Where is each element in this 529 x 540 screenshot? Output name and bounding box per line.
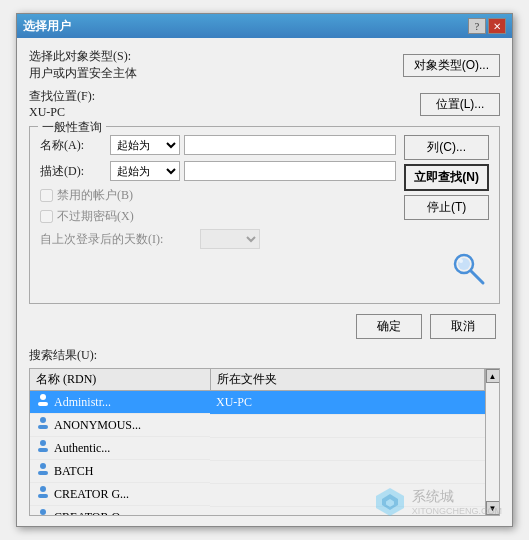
row-name: CREATOR G... xyxy=(54,487,129,502)
table-row[interactable]: BATCH xyxy=(30,460,485,483)
results-header: 名称 (RDN) 所在文件夹 xyxy=(30,369,485,391)
dialog-footer: 确定 取消 xyxy=(29,314,496,339)
row-folder-cell xyxy=(210,414,485,437)
svg-rect-13 xyxy=(38,494,48,498)
watermark-logo xyxy=(374,486,406,518)
user-icon xyxy=(36,462,50,480)
row-name: CREATOR O... xyxy=(54,510,129,516)
scroll-track xyxy=(486,383,500,501)
svg-point-12 xyxy=(40,486,46,492)
title-bar: 选择用户 ? ✕ xyxy=(17,14,512,38)
row-name: BATCH xyxy=(54,464,93,479)
stop-button[interactable]: 停止(T) xyxy=(404,195,489,220)
table-row[interactable]: Administr...XU-PC xyxy=(30,391,485,415)
object-type-button[interactable]: 对象类型(O)... xyxy=(403,54,500,77)
svg-point-3 xyxy=(459,259,463,263)
row-folder-cell xyxy=(210,460,485,483)
ok-button[interactable]: 确定 xyxy=(356,314,422,339)
object-type-row: 选择此对象类型(S): 用户或内置安全主体 对象类型(O)... xyxy=(29,48,500,82)
form-area: 名称(A): 起始为 结束于 包含 精确匹配 描述(D): 起始 xyxy=(40,135,396,249)
row-folder-cell xyxy=(210,437,485,460)
watermark: 系统城 XITONGCHENG.COM xyxy=(374,486,502,518)
user-icon xyxy=(36,416,50,434)
name-input[interactable] xyxy=(184,135,396,155)
svg-rect-7 xyxy=(38,425,48,429)
desc-form-row: 描述(D): 起始为 结束于 包含 精确匹配 xyxy=(40,161,396,181)
row-name-cell: CREATOR G... xyxy=(30,483,210,506)
location-row: 查找位置(F): XU-PC 位置(L)... xyxy=(29,88,500,120)
col-button[interactable]: 列(C)... xyxy=(404,135,489,160)
search-icon-area xyxy=(40,249,489,293)
watermark-brand: 系统城 xyxy=(412,488,502,506)
dialog-title: 选择用户 xyxy=(23,18,71,35)
table-row[interactable]: ANONYMOUS... xyxy=(30,414,485,437)
user-icon xyxy=(36,393,50,411)
name-form-row: 名称(A): 起始为 结束于 包含 精确匹配 xyxy=(40,135,396,155)
user-icon xyxy=(36,485,50,503)
col-folder-header: 所在文件夹 xyxy=(210,369,485,391)
group-box-legend: 一般性查询 xyxy=(38,119,106,136)
dialog-body: 选择此对象类型(S): 用户或内置安全主体 对象类型(O)... 查找位置(F)… xyxy=(17,38,512,526)
desc-label: 描述(D): xyxy=(40,163,110,180)
svg-point-4 xyxy=(40,394,46,400)
name-select[interactable]: 起始为 结束于 包含 精确匹配 xyxy=(110,135,180,155)
row-name-cell: ANONYMOUS... xyxy=(30,414,210,437)
location-value: XU-PC xyxy=(29,105,420,120)
location-label: 查找位置(F): xyxy=(29,88,420,105)
row-name-cell: BATCH xyxy=(30,460,210,483)
svg-point-10 xyxy=(40,463,46,469)
close-button[interactable]: ✕ xyxy=(488,18,506,34)
row-name-cell: Administr... xyxy=(30,391,210,414)
find-now-button[interactable]: 立即查找(N) xyxy=(404,164,489,191)
svg-rect-5 xyxy=(38,402,48,406)
disabled-accounts-checkbox[interactable] xyxy=(40,189,53,202)
row-name: Administr... xyxy=(54,395,111,410)
svg-line-2 xyxy=(471,271,483,283)
watermark-text-area: 系统城 XITONGCHENG.COM xyxy=(412,488,502,516)
desc-input[interactable] xyxy=(184,161,396,181)
days-select[interactable] xyxy=(200,229,260,249)
days-label: 自上次登录后的天数(I): xyxy=(40,231,200,248)
svg-point-6 xyxy=(40,417,46,423)
cancel-button[interactable]: 取消 xyxy=(430,314,496,339)
row-name: ANONYMOUS... xyxy=(54,418,141,433)
days-row: 自上次登录后的天数(I): xyxy=(40,229,396,249)
desc-select[interactable]: 起始为 结束于 包含 精确匹配 xyxy=(110,161,180,181)
object-type-label: 选择此对象类型(S): xyxy=(29,48,403,65)
svg-point-14 xyxy=(40,509,46,515)
name-label: 名称(A): xyxy=(40,137,110,154)
col-name-header: 名称 (RDN) xyxy=(30,369,210,391)
search-icon xyxy=(449,249,489,289)
user-icon xyxy=(36,439,50,457)
no-expire-row: 不过期密码(X) xyxy=(40,208,396,225)
svg-rect-9 xyxy=(38,448,48,452)
svg-point-8 xyxy=(40,440,46,446)
title-bar-buttons: ? ✕ xyxy=(468,18,506,34)
help-button[interactable]: ? xyxy=(468,18,486,34)
results-label: 搜索结果(U): xyxy=(29,347,500,364)
row-name: Authentic... xyxy=(54,441,110,456)
scroll-up-button[interactable]: ▲ xyxy=(486,369,500,383)
watermark-url: XITONGCHENG.COM xyxy=(412,506,502,516)
location-button[interactable]: 位置(L)... xyxy=(420,93,500,116)
inner-flex: 名称(A): 起始为 结束于 包含 精确匹配 描述(D): 起始 xyxy=(40,135,489,249)
object-type-value: 用户或内置安全主体 xyxy=(29,65,403,82)
row-name-cell: Authentic... xyxy=(30,437,210,460)
user-icon xyxy=(36,508,50,515)
side-buttons: 列(C)... 立即查找(N) 停止(T) xyxy=(404,135,489,249)
disabled-accounts-label: 禁用的帐户(B) xyxy=(57,187,133,204)
row-name-cell: CREATOR O... xyxy=(30,506,210,515)
row-folder-cell: XU-PC xyxy=(210,391,485,415)
select-user-dialog: 选择用户 ? ✕ 选择此对象类型(S): 用户或内置安全主体 对象类型(O)..… xyxy=(16,13,513,527)
svg-rect-11 xyxy=(38,471,48,475)
table-row[interactable]: Authentic... xyxy=(30,437,485,460)
no-expire-label: 不过期密码(X) xyxy=(57,208,134,225)
general-query-group: 一般性查询 名称(A): 起始为 结束于 包含 精确匹配 xyxy=(29,126,500,304)
no-expire-checkbox[interactable] xyxy=(40,210,53,223)
disabled-accounts-row: 禁用的帐户(B) xyxy=(40,187,396,204)
